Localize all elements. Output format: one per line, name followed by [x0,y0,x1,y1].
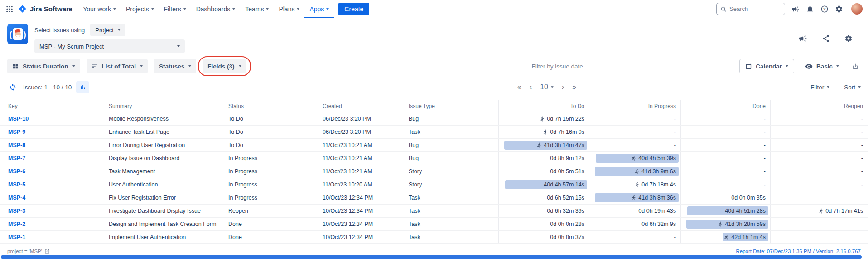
issue-source-dropdown[interactable]: Project [90,24,125,36]
table-row[interactable]: MSP-9Enhance Task List PageTo Do06/Dec/2… [0,125,868,138]
table-row[interactable]: MSP-6Task ManagementIn Progress11/Oct/23… [0,165,868,178]
notifications-icon[interactable] [804,3,816,15]
nav-item-teams[interactable]: Teams [240,0,274,18]
table-row[interactable]: MSP-4Fix User Registration ErrorIn Progr… [0,191,868,204]
chevron-down-icon [551,86,554,88]
sort-dropdown[interactable]: Sort [844,84,861,91]
user-avatar[interactable] [851,3,863,15]
app-switcher-icon[interactable] [4,3,15,15]
filter-dropdown[interactable]: Filter [810,84,829,91]
announcement-icon[interactable] [790,3,801,15]
create-button[interactable]: Create [338,3,369,15]
column-header-status[interactable]: Status [223,103,317,109]
filter-label: Filter [810,84,824,91]
nav-item-apps[interactable]: Apps [304,0,334,18]
next-page-button[interactable]: › [562,83,564,91]
table-row[interactable]: MSP-2Design and Implement Task Creation … [0,217,868,230]
duration-cell-done: - [680,112,770,125]
detail-level-dropdown[interactable]: Basic [801,59,843,73]
issue-key-link[interactable]: MSP-8 [0,142,103,148]
last-page-button[interactable]: » [572,83,576,91]
search-box[interactable] [716,3,785,15]
page-size-dropdown[interactable]: 10 [540,83,554,91]
column-header-key[interactable]: Key [0,103,103,109]
statuses-dropdown[interactable]: Statuses [154,59,196,73]
table-row[interactable]: MSP-8Error During User RegistrationTo Do… [0,138,868,151]
duration-value: 41d 3h 8m 36s [631,195,676,201]
chevron-down-icon [118,29,121,31]
issue-key-link[interactable]: MSP-10 [0,116,103,122]
table-row[interactable]: MSP-7Display Issue on DashboardIn Progre… [0,151,868,165]
settings-icon[interactable] [833,3,845,15]
column-header-done[interactable]: Done [680,100,770,112]
nav-item-dashboards[interactable]: Dashboards [191,0,241,18]
calendar-button[interactable]: Calendar [739,59,794,73]
svg-text:?: ? [823,7,825,11]
issue-summary: Design and Implement Task Creation Form [103,221,223,227]
table-row[interactable]: MSP-1Implement User AuthenticationDone10… [0,230,868,244]
help-icon[interactable]: ? [819,3,830,15]
table-row[interactable]: MSP-10Mobile ResponsivenessTo Do06/Dec/2… [0,112,868,125]
table-row[interactable]: MSP-5User AuthenticationIn Progress11/Oc… [0,178,868,191]
page-size-value: 10 [540,83,548,91]
chart-view-button[interactable] [76,81,89,93]
prev-page-button[interactable]: ‹ [530,83,532,91]
eye-icon [805,63,813,70]
export-icon[interactable] [850,61,861,72]
issue-key-link[interactable]: MSP-7 [0,155,103,161]
jql-query-link[interactable]: project = 'MSP' [7,249,50,254]
duration-cell-to-do: 40d 4h 57m 14s [498,178,589,191]
issue-created: 10/Oct/23 12:34 PM [317,221,403,227]
app-settings-icon[interactable] [843,33,854,44]
report-type-label: Status Duration [23,63,68,70]
column-header-created[interactable]: Created [317,103,403,109]
duration-value: - [764,181,766,188]
duration-cell-in-progress: - [589,231,680,243]
header-actions [796,24,861,53]
horizontal-scrollbar[interactable] [1,255,862,259]
duration-value: - [764,155,766,161]
first-page-button[interactable]: « [517,83,521,91]
feedback-megaphone-icon[interactable] [796,32,809,45]
refresh-icon[interactable] [7,82,19,93]
issue-type: Story [403,181,498,188]
issue-type: Task [403,195,498,201]
issue-key-link[interactable]: MSP-4 [0,195,103,201]
share-icon[interactable] [820,33,832,44]
column-header-summary[interactable]: Summary [103,103,223,109]
issue-key-link[interactable]: MSP-6 [0,168,103,175]
duration-value: - [674,116,676,122]
duration-cell-reopen: - [770,139,868,151]
column-header-issue-type[interactable]: Issue Type [403,103,498,109]
duration-value: 0d 0h 19m 43s [638,208,676,214]
issue-key-link[interactable]: MSP-1 [0,234,103,240]
nav-item-projects[interactable]: Projects [121,0,159,18]
nav-item-label: Plans [279,5,294,13]
table-body: MSP-10Mobile ResponsivenessTo Do06/Dec/2… [0,112,868,244]
nav-item-filters[interactable]: Filters [159,0,191,18]
santa-face-icon [15,31,21,37]
project-dropdown[interactable]: MSP - My Scrum Project [34,39,185,53]
duration-cell-in-progress: - [589,139,680,151]
issue-date-filter[interactable]: Filter by issue date... [532,63,588,70]
duration-cell-to-do: 0d 7h 16m 0s [498,126,589,138]
search-input[interactable] [729,5,781,12]
search-icon [720,6,727,12]
issue-key-link[interactable]: MSP-9 [0,129,103,135]
table-row[interactable]: MSP-3Investigate Dashboard Display Issue… [0,204,868,217]
report-type-dropdown[interactable]: Status Duration [7,59,80,73]
issue-key-link[interactable]: MSP-3 [0,208,103,214]
view-mode-dropdown[interactable]: List of Total [87,59,148,73]
issue-key-link[interactable]: MSP-5 [0,181,103,188]
column-header-to-do[interactable]: To Do [498,100,589,112]
jira-brand[interactable]: Jira Software [15,5,78,13]
nav-item-plans[interactable]: Plans [274,0,304,18]
issue-key-link[interactable]: MSP-2 [0,221,103,227]
issue-created: 06/Dec/23 3:20 PM [317,129,403,135]
column-header-reopen[interactable]: Reopen [770,100,868,112]
fields-dropdown[interactable]: Fields (3) [203,59,246,73]
issue-type: Task [403,234,498,240]
column-header-in-progress[interactable]: In Progress [589,100,680,112]
duration-value: - [861,142,863,148]
nav-item-your-work[interactable]: Your work [78,0,121,18]
